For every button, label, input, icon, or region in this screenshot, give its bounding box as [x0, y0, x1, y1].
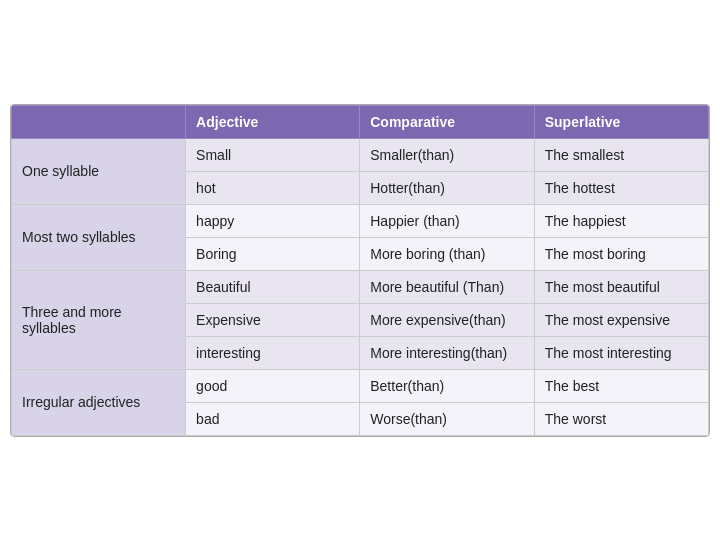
comparative-cell: More interesting(than) — [360, 336, 534, 369]
comparative-cell: Smaller(than) — [360, 138, 534, 171]
category-cell: Three and more syllables — [12, 270, 186, 369]
superlative-cell: The worst — [534, 402, 708, 435]
comparative-cell: More boring (than) — [360, 237, 534, 270]
adjective-cell: Boring — [186, 237, 360, 270]
superlative-cell: The hottest — [534, 171, 708, 204]
superlative-cell: The most interesting — [534, 336, 708, 369]
grammar-table: Adjective Comparative Superlative One sy… — [10, 104, 710, 437]
adjective-cell: hot — [186, 171, 360, 204]
header-adjective: Adjective — [186, 105, 360, 138]
category-cell: Most two syllables — [12, 204, 186, 270]
header-comparative: Comparative — [360, 105, 534, 138]
comparative-cell: Happier (than) — [360, 204, 534, 237]
adjective-cell: happy — [186, 204, 360, 237]
header-superlative: Superlative — [534, 105, 708, 138]
adjective-cell: Small — [186, 138, 360, 171]
superlative-cell: The happiest — [534, 204, 708, 237]
comparative-cell: More beautiful (Than) — [360, 270, 534, 303]
superlative-cell: The most expensive — [534, 303, 708, 336]
superlative-cell: The most beautiful — [534, 270, 708, 303]
header-category — [12, 105, 186, 138]
comparative-cell: Worse(than) — [360, 402, 534, 435]
category-cell: Irregular adjectives — [12, 369, 186, 435]
comparative-cell: Hotter(than) — [360, 171, 534, 204]
adjective-cell: Beautiful — [186, 270, 360, 303]
superlative-cell: The smallest — [534, 138, 708, 171]
comparative-cell: Better(than) — [360, 369, 534, 402]
adjective-cell: interesting — [186, 336, 360, 369]
superlative-cell: The most boring — [534, 237, 708, 270]
category-cell: One syllable — [12, 138, 186, 204]
adjective-cell: bad — [186, 402, 360, 435]
comparative-cell: More expensive(than) — [360, 303, 534, 336]
adjective-cell: Expensive — [186, 303, 360, 336]
adjective-cell: good — [186, 369, 360, 402]
superlative-cell: The best — [534, 369, 708, 402]
